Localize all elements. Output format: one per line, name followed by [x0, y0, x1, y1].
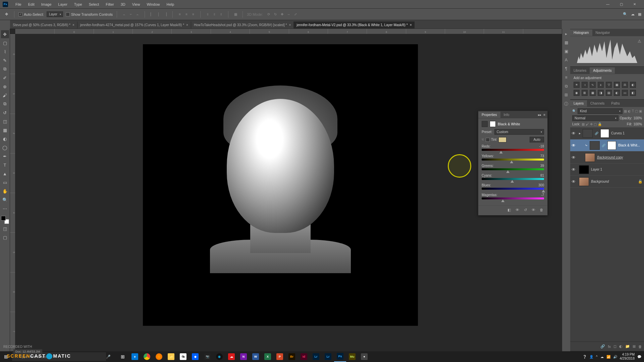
dist-right-icon[interactable]: ⦀	[218, 11, 224, 17]
pan-icon[interactable]: ✥	[279, 11, 285, 17]
hue-icon[interactable]: ▦	[614, 82, 620, 88]
menu-filter[interactable]: Filter	[102, 2, 117, 6]
excel-icon[interactable]: X	[262, 351, 274, 362]
levels-icon[interactable]: ⫞	[582, 82, 588, 88]
filter-pixel-icon[interactable]: ▦	[624, 109, 627, 113]
menu-type[interactable]: Type	[71, 2, 86, 6]
slider-track[interactable]	[482, 168, 544, 170]
filter-smart-icon[interactable]: ▣	[639, 109, 642, 113]
filter-shape-icon[interactable]: ▢	[635, 109, 638, 113]
swatches-panel-icon[interactable]: ▦	[565, 40, 568, 45]
layer-mask[interactable]	[607, 141, 616, 150]
properties-panel[interactable]: Properties Info ▸▸ ≡ Black & White Prese…	[478, 111, 548, 216]
slider-track[interactable]	[482, 159, 544, 161]
slider-track[interactable]	[482, 197, 544, 199]
slider-handle[interactable]	[542, 190, 545, 192]
close-icon[interactable]: ×	[72, 23, 74, 27]
tray-onedrive-icon[interactable]: ☁	[600, 355, 604, 359]
taskbar-clock[interactable]: 4:19 PM 4/29/2018	[620, 353, 635, 361]
tray-help-icon[interactable]: ❔	[583, 355, 587, 359]
invert-icon[interactable]: ◨	[598, 90, 604, 96]
layer-filter-dropdown[interactable]: Kind	[578, 108, 623, 114]
auto-select-checkbox[interactable]: ✓Auto-Select:	[18, 12, 44, 16]
layer-thumb[interactable]	[590, 141, 600, 150]
view-prev-icon[interactable]: 👁	[515, 208, 520, 213]
on-image-tool-icon[interactable]: ☟	[482, 138, 484, 141]
color-balance-icon[interactable]: ⚖	[622, 82, 628, 88]
word-icon[interactable]: W	[250, 351, 262, 362]
layer-name[interactable]: Layer 1	[591, 168, 602, 171]
delete-adj-icon[interactable]: 🗑	[539, 208, 544, 213]
color-slider[interactable]: Yellows:73	[482, 154, 544, 161]
camera-icon[interactable]: 📷	[201, 351, 213, 362]
fx-icon[interactable]: fx	[608, 345, 611, 349]
muse-icon[interactable]: Mu	[346, 351, 358, 362]
slider-handle[interactable]	[511, 180, 514, 183]
menu-view[interactable]: View	[129, 2, 144, 6]
tab-adjustments[interactable]: Adjustments	[590, 67, 615, 74]
gradient-tool[interactable]: ▦	[1, 126, 9, 134]
menu-3d[interactable]: 3D	[117, 2, 129, 6]
align-top-icon[interactable]: ⫠	[121, 11, 127, 17]
close-icon[interactable]: ×	[186, 23, 188, 27]
slider-value[interactable]: -7	[541, 193, 544, 197]
layer-row[interactable]: 👁 Background 🔒	[570, 176, 644, 188]
auto-select-target-dropdown[interactable]: Layer	[47, 11, 63, 17]
tint-checkbox[interactable]: Tint	[486, 138, 496, 142]
minimize-button[interactable]: —	[601, 0, 614, 8]
tab-libraries[interactable]: Libraries	[570, 67, 590, 74]
dist-vcenter-icon[interactable]: ≡	[183, 11, 190, 17]
workspace-icon[interactable]: ▦	[638, 12, 641, 16]
align-right-icon[interactable]: ▕	[162, 11, 168, 17]
layer-row[interactable]: 👁 Background copy	[570, 152, 644, 164]
quickmask-tool[interactable]: ◫	[1, 225, 9, 233]
roll-icon[interactable]: ↻	[272, 11, 278, 17]
align-bottom-icon[interactable]: ⫠	[135, 11, 141, 17]
group-icon[interactable]: 📁	[625, 344, 630, 349]
filter-type-icon[interactable]: T	[632, 109, 634, 113]
edge-icon[interactable]: e	[129, 351, 141, 362]
menu-help[interactable]: Help	[163, 2, 178, 6]
layer-thumb[interactable]	[583, 129, 593, 138]
brush-tool[interactable]: 🖌	[1, 91, 9, 99]
eyedropper-tool[interactable]: ✐	[1, 74, 9, 82]
slider-value[interactable]: 300	[538, 183, 544, 187]
slider-handle[interactable]	[499, 151, 503, 154]
glyphs-panel-icon[interactable]: ≡	[565, 75, 567, 80]
dist-top-icon[interactable]: ≡	[177, 11, 183, 17]
filter-adj-icon[interactable]: ◐	[628, 109, 631, 113]
photoshop-icon[interactable]: Ps	[334, 351, 346, 362]
menu-layer[interactable]: Layer	[55, 2, 71, 6]
panel-menu-icon[interactable]: ≡	[543, 113, 547, 117]
color-slider[interactable]: Reds:-18	[482, 144, 544, 151]
crop-tool[interactable]: ⧉	[1, 65, 9, 73]
history-brush-tool[interactable]: ↺	[1, 109, 9, 117]
toggle-visibility-icon[interactable]: 👁	[531, 208, 536, 213]
slider-value[interactable]: 39	[540, 164, 544, 168]
color-slider[interactable]: Blues:300	[482, 183, 544, 190]
layer-thumb[interactable]	[579, 165, 589, 174]
tab-layers[interactable]: Layers	[570, 100, 587, 107]
lock-pos-icon[interactable]: ✥	[590, 122, 593, 126]
auto-button[interactable]: Auto	[530, 137, 544, 142]
cortana-mic-icon[interactable]: 🎤	[106, 355, 117, 359]
maximize-button[interactable]: ▢	[614, 0, 628, 8]
layer-row[interactable]: 👁 Layer 1	[570, 164, 644, 176]
blur-tool[interactable]: ◐	[1, 135, 9, 143]
bridge-icon[interactable]: Br	[286, 351, 298, 362]
onenote-icon[interactable]: N	[237, 351, 250, 362]
close-icon[interactable]: ×	[410, 23, 412, 27]
layer-row[interactable]: 👁 ▸ 🔗 Curves 1	[570, 127, 644, 139]
preset-dropdown[interactable]: Custom	[494, 129, 544, 135]
slider-value[interactable]: 73	[540, 154, 544, 158]
document-tab[interactable]: Steve.psd @ 50% (Curves 3, RGB/8) *×	[10, 21, 77, 28]
tab-paths[interactable]: Paths	[608, 100, 623, 107]
para-panel-icon[interactable]: ¶	[565, 66, 567, 71]
creative-cloud-icon[interactable]: ☁	[225, 351, 237, 362]
color-slider[interactable]: Magentas:-7	[482, 193, 544, 199]
marquee-tool[interactable]: ▢	[1, 39, 9, 47]
healing-tool[interactable]: ⊕	[1, 82, 9, 90]
visibility-icon[interactable]: 👁	[572, 155, 577, 160]
slider-handle[interactable]	[510, 161, 513, 163]
menu-select[interactable]: Select	[86, 2, 103, 6]
